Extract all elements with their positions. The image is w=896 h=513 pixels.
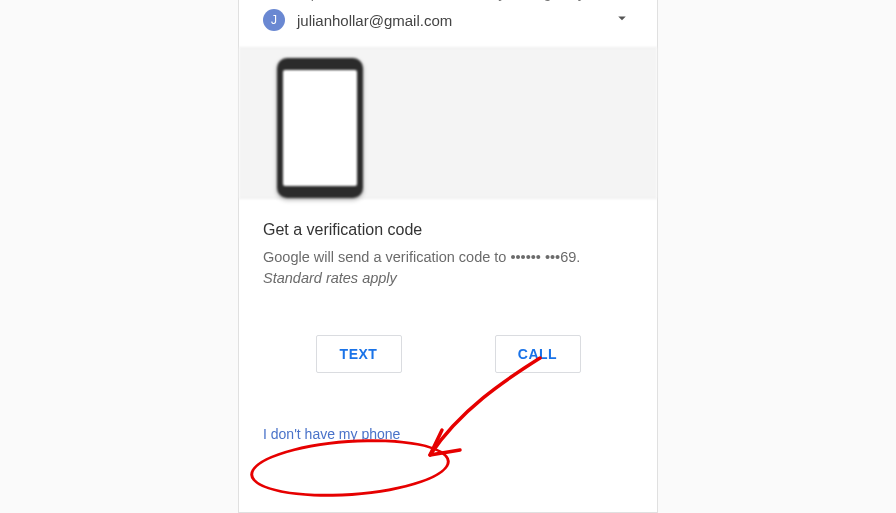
- desc-prefix: Google will send a verification code to: [263, 249, 510, 265]
- rates-note: Standard rates apply: [263, 270, 397, 286]
- desc-sep: .: [576, 249, 580, 265]
- account-selector[interactable]: J julianhollar@gmail.com: [239, 1, 657, 47]
- verification-card: This helps show that this account really…: [238, 0, 658, 513]
- avatar: J: [263, 9, 285, 31]
- verification-heading: Get a verification code: [263, 221, 633, 239]
- phone-icon: [277, 58, 363, 198]
- verification-body: Get a verification code Google will send…: [239, 199, 657, 299]
- call-button[interactable]: CALL: [495, 335, 581, 373]
- account-email: julianhollar@gmail.com: [297, 12, 452, 29]
- alt-options: I don't have my phone: [239, 393, 657, 447]
- chevron-down-icon: [613, 9, 631, 31]
- button-row: TEXT CALL: [239, 299, 657, 393]
- verification-description: Google will send a verification code to …: [263, 247, 633, 289]
- no-phone-link[interactable]: I don't have my phone: [263, 426, 400, 442]
- phone-illustration: [239, 47, 657, 199]
- text-button[interactable]: TEXT: [316, 335, 402, 373]
- masked-phone: •••••• •••69: [510, 249, 576, 265]
